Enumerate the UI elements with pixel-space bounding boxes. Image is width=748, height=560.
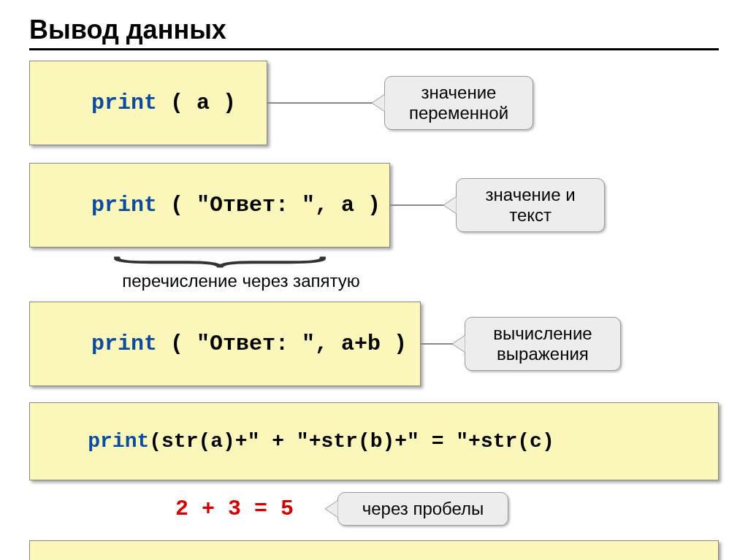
callout-expression: вычисление выражения [465,317,621,370]
brace-enum: } [131,249,329,266]
row-5: print(str(a)+" + "+str(b)+" = "+str(c), … [29,540,719,560]
svg-marker-3 [325,500,338,518]
caption-enum: перечисление через запятую [88,271,394,291]
page-title: Вывод данных [29,15,719,50]
row-1: print ( a ) значение переменной [29,61,719,145]
svg-marker-2 [452,335,465,353]
keyword: print [91,193,157,218]
keyword: print [91,331,157,356]
row-2: print ( "Ответ: ", a ) значение и текст [29,163,719,248]
code-box-3: print ( "Ответ: ", a+b ) [29,302,421,386]
code-rest: (str(a)+" + "+str(b)+" = "+str(c) [149,430,554,453]
callout-spaces: через пробелы [337,492,508,526]
callout-value-and-text: значение и текст [456,178,605,231]
callout-text: значение и текст [486,185,576,225]
code-box-5: print(str(a)+" + "+str(b)+" = "+str(c), … [29,540,719,560]
row-4: print(str(a)+" + "+str(b)+" = "+str(c) [29,402,719,480]
row-result-1: 2 + 3 = 5 через пробелы [29,492,719,526]
svg-marker-0 [372,94,385,112]
keyword: print [91,91,157,115]
code-box-1: print ( a ) [29,61,267,145]
code-rest: ( a ) [157,91,236,115]
callout-text: значение переменной [409,83,508,123]
result-text-1: 2 + 3 = 5 [175,496,294,521]
code-box-4: print(str(a)+" + "+str(b)+" = "+str(c) [29,402,719,480]
svg-marker-1 [443,196,457,214]
code-box-2: print ( "Ответ: ", a ) [29,163,390,248]
keyword: print [88,430,149,453]
callout-var-value: значение переменной [384,76,533,129]
code-rest: ( "Ответ: ", a ) [157,193,381,218]
connector-line [267,102,384,104]
callout-text: через пробелы [362,499,484,518]
callout-text: вычисление выражения [493,323,592,364]
row-3: print ( "Ответ: ", a+b ) вычисление выра… [29,302,719,386]
code-rest: ( "Ответ: ", a+b ) [157,331,407,356]
